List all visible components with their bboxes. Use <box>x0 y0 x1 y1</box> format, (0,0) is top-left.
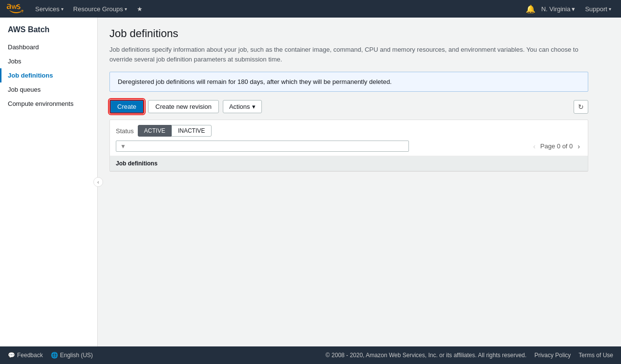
privacy-link[interactable]: Privacy Policy <box>535 352 571 359</box>
actions-button[interactable]: Actions ▾ <box>223 100 262 113</box>
create-revision-button[interactable]: Create new revision <box>148 100 219 113</box>
main-layout: AWS Batch Dashboard Jobs Job definitions… <box>0 18 621 346</box>
col-job-definitions: Job definitions <box>110 156 588 171</box>
region-label: N. Virginia <box>541 5 571 13</box>
sidebar-collapse-button[interactable]: ‹ <box>93 177 103 187</box>
top-navigation: Services ▾ Resource Groups ▾ ★ 🔔 N. Virg… <box>0 0 621 18</box>
services-chevron: ▾ <box>61 6 64 12</box>
table-panel: Status ACTIVE INACTIVE ▼ ‹ Page 0 of 0 › <box>109 120 588 172</box>
refresh-button[interactable]: ↻ <box>574 100 588 114</box>
bookmarks-nav[interactable]: ★ <box>133 3 147 15</box>
services-nav[interactable]: Services ▾ <box>31 3 67 15</box>
chat-icon: 💬 <box>8 352 15 359</box>
status-tab-active[interactable]: ACTIVE <box>138 125 171 137</box>
bottom-bar: 💬 Feedback 🌐 English (US) © 2008 - 2020,… <box>0 346 621 364</box>
footer-right: © 2008 - 2020, Amazon Web Services, Inc.… <box>325 352 613 359</box>
data-table: Job definitions <box>110 156 588 171</box>
nav-left: Services ▾ Resource Groups ▾ ★ <box>6 3 147 15</box>
services-label: Services <box>35 5 60 13</box>
table-filter-row: ▼ ‹ Page 0 of 0 › <box>110 137 588 156</box>
terms-link[interactable]: Terms of Use <box>578 352 613 359</box>
pagination-label: Page 0 of 0 <box>540 142 573 150</box>
status-row: Status ACTIVE INACTIVE <box>110 120 588 137</box>
footer-left: 💬 Feedback 🌐 English (US) <box>8 352 93 359</box>
filter-input-wrap: ▼ <box>116 141 409 152</box>
create-button[interactable]: Create <box>109 100 144 114</box>
resource-groups-chevron: ▾ <box>125 6 127 12</box>
nav-right: 🔔 N. Virginia ▾ Support ▾ <box>526 3 615 15</box>
support-nav[interactable]: Support ▾ <box>581 3 615 15</box>
sidebar-nav: Dashboard Jobs Job definitions Job queue… <box>0 40 97 346</box>
toolbar-left: Create Create new revision Actions ▾ <box>109 100 262 114</box>
filter-input[interactable] <box>129 142 405 150</box>
pagination-prev-button[interactable]: ‹ <box>531 142 537 151</box>
sidebar-item-dashboard[interactable]: Dashboard <box>0 40 97 54</box>
resource-groups-label: Resource Groups <box>73 5 123 13</box>
region-chevron: ▾ <box>572 5 575 13</box>
support-chevron: ▾ <box>609 6 611 12</box>
support-label: Support <box>585 5 607 13</box>
aws-logo[interactable] <box>6 3 23 14</box>
filter-icon: ▼ <box>120 143 126 150</box>
bell-icon[interactable]: 🔔 <box>526 4 535 14</box>
status-label: Status <box>116 127 134 135</box>
status-tab-inactive[interactable]: INACTIVE <box>171 125 211 137</box>
toolbar: Create Create new revision Actions ▾ ↻ <box>109 100 588 114</box>
actions-chevron-icon: ▾ <box>252 103 256 110</box>
star-icon: ★ <box>137 5 143 13</box>
feedback-link[interactable]: 💬 Feedback <box>8 352 43 359</box>
language-link[interactable]: 🌐 English (US) <box>51 352 93 359</box>
page-description: Job definitions specify information abou… <box>109 45 588 64</box>
sidebar-title: AWS Batch <box>0 18 97 40</box>
info-box: Deregistered job definitions will remain… <box>109 72 588 92</box>
page-title: Job definitions <box>109 27 609 40</box>
main-content: Job definitions Job definitions specify … <box>98 18 621 346</box>
sidebar-item-jobs[interactable]: Jobs <box>0 54 97 68</box>
sidebar: AWS Batch Dashboard Jobs Job definitions… <box>0 18 98 346</box>
sidebar-item-compute-environments[interactable]: Compute environments <box>0 97 97 111</box>
actions-label: Actions <box>229 103 250 110</box>
globe-icon: 🌐 <box>51 352 58 359</box>
region-selector[interactable]: N. Virginia ▾ <box>541 5 576 13</box>
sidebar-item-job-definitions[interactable]: Job definitions <box>0 68 97 82</box>
resource-groups-nav[interactable]: Resource Groups ▾ <box>69 3 131 15</box>
refresh-icon: ↻ <box>578 103 584 111</box>
pagination: ‹ Page 0 of 0 › <box>531 142 582 151</box>
info-message: Deregistered job definitions will remain… <box>118 78 392 85</box>
copyright-text: © 2008 - 2020, Amazon Web Services, Inc.… <box>325 352 526 359</box>
sidebar-item-job-queues[interactable]: Job queues <box>0 82 97 97</box>
pagination-next-button[interactable]: › <box>576 142 582 151</box>
